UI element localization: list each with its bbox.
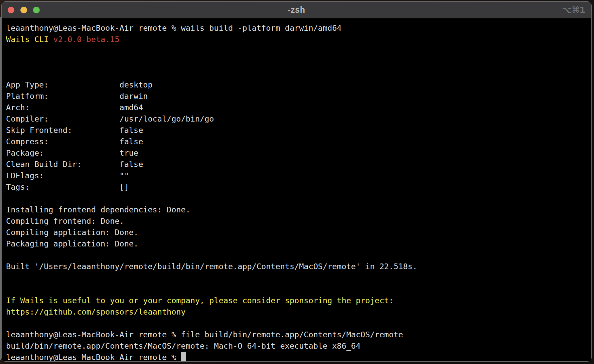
background-window-edge (0, 17, 1, 360)
terminal-line: Compiler: /usr/local/go/bin/go (6, 113, 591, 125)
terminal-text-segment: v2.0.0-beta.15 (53, 35, 119, 44)
terminal-text-segment: Wails CLI (6, 35, 53, 44)
terminal-text-segment: Packaging application: Done. (6, 239, 138, 248)
terminal-line: leaanthony@Leas-MacBook-Air remote % wai… (6, 22, 591, 34)
terminal-line (6, 284, 591, 295)
terminal-line: Package: true (6, 147, 591, 159)
config-row: Compiler: /usr/local/go/bin/go (6, 114, 214, 124)
terminal-text-segment: Compiling application: Done. (6, 228, 138, 237)
terminal-body[interactable]: leaanthony@Leas-MacBook-Air remote % wai… (2, 18, 591, 362)
terminal-line: Compress: false (6, 136, 591, 147)
terminal-line (6, 249, 591, 261)
config-row: Arch: amd64 (6, 103, 143, 112)
terminal-text-segment: If Wails is useful to you or your compan… (6, 296, 394, 305)
config-row: Tags: [] (6, 182, 129, 192)
config-row: Package: true (6, 148, 138, 158)
desktop-background: -zsh ⌥⌘1 leaanthony@Leas-MacBook-Air rem… (0, 0, 594, 364)
terminal-line: LDFlags: "" (6, 170, 591, 181)
terminal-text-segment: Built '/Users/leaanthony/remote/build/bi… (6, 262, 417, 271)
window-shortcut-badge: ⌥⌘1 (562, 2, 585, 18)
terminal-line: If Wails is useful to you or your compan… (6, 295, 591, 306)
terminal-text-segment: Installing frontend dependencies: Done. (6, 205, 190, 214)
window-title: -zsh (288, 5, 305, 15)
terminal-text-segment: Compiling frontend: Done. (6, 216, 124, 226)
terminal-line (6, 45, 591, 56)
minimize-button[interactable] (20, 7, 27, 13)
terminal-line: Compiling frontend: Done. (6, 215, 591, 227)
terminal-line: Clean Build Dir: false (6, 159, 591, 170)
terminal-line (6, 193, 591, 204)
config-row: LDFlags: "" (6, 171, 129, 180)
terminal-line: Skip Frontend: false (6, 125, 591, 136)
terminal-line: Installing frontend dependencies: Done. (6, 204, 591, 215)
zoom-button[interactable] (33, 7, 40, 13)
terminal-window: -zsh ⌥⌘1 leaanthony@Leas-MacBook-Air rem… (1, 1, 592, 362)
terminal-line: leaanthony@Leas-MacBook-Air remote % fil… (6, 329, 591, 340)
terminal-line: build/bin/remote.app/Contents/MacOS/remo… (6, 340, 591, 352)
title-bar[interactable]: -zsh ⌥⌘1 (2, 2, 591, 18)
terminal-line: Compiling application: Done. (6, 227, 591, 238)
config-row: Skip Frontend: false (6, 126, 143, 135)
terminal-line (6, 272, 591, 284)
terminal-line: Arch: amd64 (6, 102, 591, 113)
terminal-text-segment: https://github.com/sponsors/leaanthony (6, 307, 186, 317)
config-row: Compress: false (6, 137, 143, 146)
config-row: Clean Build Dir: false (6, 160, 143, 169)
terminal-cursor (181, 352, 186, 362)
config-row: App Type: desktop (6, 80, 153, 89)
terminal-text-segment: leaanthony@Leas-MacBook-Air remote % (6, 353, 181, 362)
terminal-line: App Type: desktop (6, 79, 591, 90)
terminal-line: Built '/Users/leaanthony/remote/build/bi… (6, 261, 591, 272)
terminal-line: https://github.com/sponsors/leaanthony (6, 306, 591, 318)
terminal-text-segment: leaanthony@Leas-MacBook-Air remote % wai… (6, 23, 342, 33)
terminal-line: Packaging application: Done. (6, 238, 591, 249)
terminal-line: Platform: darwin (6, 90, 591, 102)
terminal-line: Tags: [] (6, 181, 591, 193)
terminal-text-segment: leaanthony@Leas-MacBook-Air remote % fil… (6, 330, 403, 339)
terminal-line: Wails CLI v2.0.0-beta.15 (6, 34, 591, 45)
terminal-text-segment: build/bin/remote.app/Contents/MacOS/remo… (6, 341, 360, 351)
config-row: Platform: darwin (6, 92, 148, 101)
terminal-line (6, 56, 591, 68)
terminal-line (6, 68, 591, 79)
terminal-line: leaanthony@Leas-MacBook-Air remote % (6, 352, 591, 362)
traffic-lights (8, 2, 40, 18)
close-button[interactable] (8, 7, 14, 13)
terminal-line (6, 318, 591, 329)
